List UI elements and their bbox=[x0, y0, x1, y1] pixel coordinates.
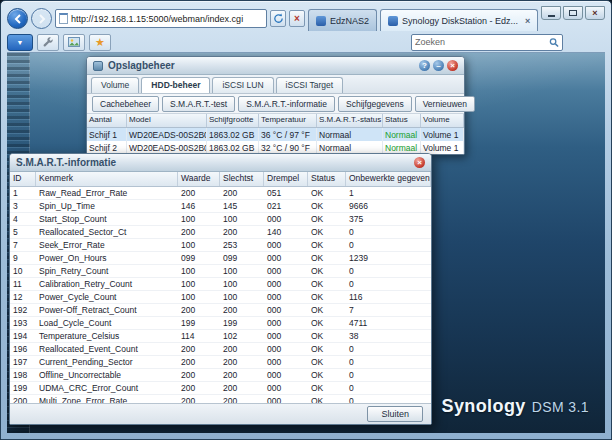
close-dialog-button[interactable]: Sluiten bbox=[367, 406, 423, 422]
smart-table-row[interactable]: 192Power-Off_Retract_Count200200000OK7 bbox=[10, 304, 431, 317]
maximize-button[interactable] bbox=[563, 6, 583, 20]
media-button[interactable] bbox=[63, 34, 85, 51]
smart-table-row[interactable]: 197Current_Pending_Sector200200000OK0 bbox=[10, 356, 431, 369]
image-icon bbox=[68, 37, 80, 47]
smart-column-header: Waarde bbox=[178, 172, 220, 186]
smart-table-row[interactable]: 198Offline_Uncorrectable200200000OK0 bbox=[10, 369, 431, 382]
close-icon[interactable]: × bbox=[447, 60, 458, 71]
maximize-icon bbox=[569, 10, 577, 16]
disk-table-body: Schijf 1WD20EADS-00S2B01863.02 GB36 °C /… bbox=[87, 128, 464, 154]
dsm-desktop: Opslagbeheer ? – × VolumeHDD-beheeriSCSI… bbox=[7, 53, 605, 433]
smart-table-row[interactable]: 10Spin_Retry_Count100100000OK0 bbox=[10, 265, 431, 278]
s-m-a-r-t-test-button[interactable]: S.M.A.R.T.-test bbox=[162, 96, 235, 112]
smart-cell: Spin_Retry_Count bbox=[36, 265, 178, 277]
smart-cell: Power_Cycle_Count bbox=[36, 291, 178, 303]
smart-cell: 100 bbox=[178, 265, 220, 277]
smart-cell: 9666 bbox=[346, 200, 431, 212]
smart-cell: Current_Pending_Sector bbox=[36, 356, 178, 368]
smart-table-row[interactable]: 9Power_On_Hours099099000OK1239 bbox=[10, 252, 431, 265]
smart-cell: Raw_Read_Error_Rate bbox=[36, 187, 178, 199]
smart-table-row[interactable]: 5Reallocated_Sector_Ct200200140OK0 bbox=[10, 226, 431, 239]
search-box[interactable] bbox=[411, 34, 563, 51]
window-controls: × bbox=[541, 6, 605, 20]
tools-button[interactable] bbox=[37, 34, 59, 51]
smart-table-row[interactable]: 200Multi_Zone_Error_Rate200200000OK0 bbox=[10, 395, 431, 403]
smart-cell: Load_Cycle_Count bbox=[36, 317, 178, 329]
smart-cell: 5 bbox=[10, 226, 36, 238]
smart-cell: OK bbox=[308, 187, 346, 199]
smart-cell: 099 bbox=[178, 252, 220, 264]
smart-cell: 102 bbox=[220, 330, 264, 342]
disk-table-row[interactable]: Schijf 1WD20EADS-00S2B01863.02 GB36 °C /… bbox=[87, 128, 464, 141]
tab-volume[interactable]: Volume bbox=[91, 77, 139, 93]
smart-cell: OK bbox=[308, 343, 346, 355]
smart-cell: 000 bbox=[264, 265, 308, 277]
storage-window-controls: ? – × bbox=[419, 60, 458, 71]
refresh-button[interactable] bbox=[270, 10, 286, 27]
disk-cell: Volume 1 bbox=[421, 128, 464, 141]
smart-table-row[interactable]: 1Raw_Read_Error_Rate200200051OK1 bbox=[10, 187, 431, 200]
smart-cell: 4711 bbox=[346, 317, 431, 329]
smart-cell: 196 bbox=[10, 343, 36, 355]
smart-table-row[interactable]: 12Power_Cycle_Count100100000OK116 bbox=[10, 291, 431, 304]
smart-table-row[interactable]: 3Spin_Up_Time146145021OK9666 bbox=[10, 200, 431, 213]
favorites-button[interactable]: ★ bbox=[89, 34, 111, 51]
browser-tab-ednas2[interactable]: EdzNAS2 bbox=[308, 9, 377, 31]
s-m-a-r-t-informatie-button[interactable]: S.M.A.R.T.-informatie bbox=[238, 96, 335, 112]
storage-tabs: VolumeHDD-beheeriSCSI LUNiSCSI Target bbox=[87, 75, 464, 94]
minimize-button[interactable] bbox=[541, 6, 561, 20]
smart-cell: 0 bbox=[346, 382, 431, 394]
smart-table-row[interactable]: 4Start_Stop_Count100100000OK375 bbox=[10, 213, 431, 226]
tab-iscsi-target[interactable]: iSCSI Target bbox=[276, 77, 344, 93]
browser-window: × EdzNAS2 Synology DiskStation - Edz... … bbox=[0, 0, 612, 440]
smart-cell: Reallocated_Event_Count bbox=[36, 343, 178, 355]
smart-window-title: S.M.A.R.T.-informatie bbox=[16, 157, 116, 168]
smart-table-row[interactable]: 199UDMA_CRC_Error_Count200200000OK0 bbox=[10, 382, 431, 395]
back-arrow-icon bbox=[13, 14, 23, 24]
close-button[interactable]: × bbox=[585, 6, 605, 20]
schijfgegevens-button[interactable]: Schijfgegevens bbox=[338, 96, 412, 112]
disk-cell: 1863.02 GB bbox=[207, 128, 259, 141]
smart-cell: 7 bbox=[346, 304, 431, 316]
storage-window-titlebar[interactable]: Opslagbeheer ? – × bbox=[87, 57, 464, 75]
url-input[interactable] bbox=[71, 14, 263, 24]
address-bar[interactable] bbox=[55, 9, 267, 28]
smart-cell: Temperature_Celsius bbox=[36, 330, 178, 342]
smart-cell: 021 bbox=[264, 200, 308, 212]
cachebeheer-button[interactable]: Cachebeheer bbox=[92, 96, 159, 112]
smart-cell: 000 bbox=[264, 382, 308, 394]
brand-version: DSM 3.1 bbox=[532, 399, 589, 415]
smart-table-row[interactable]: 7Seek_Error_Rate100253000OK0 bbox=[10, 239, 431, 252]
smart-cell: 000 bbox=[264, 213, 308, 225]
help-icon[interactable]: ? bbox=[419, 60, 430, 71]
close-icon[interactable]: × bbox=[414, 157, 425, 168]
browser-tab-synology[interactable]: Synology DiskStation - Edz... × bbox=[380, 9, 538, 31]
smart-table-row[interactable]: 11Calibration_Retry_Count100100000OK0 bbox=[10, 278, 431, 291]
smart-cell: 200 bbox=[10, 395, 36, 403]
disk-column-header: Temperatuur bbox=[259, 114, 317, 127]
smart-cell: OK bbox=[308, 278, 346, 290]
favorites-dropdown-button[interactable]: ▼ bbox=[7, 34, 33, 51]
smart-cell: 375 bbox=[346, 213, 431, 225]
tab-hdd-beheer[interactable]: HDD-beheer bbox=[141, 77, 210, 93]
smart-table-row[interactable]: 196Reallocated_Event_Count200200000OK0 bbox=[10, 343, 431, 356]
tab-iscsi-lun[interactable]: iSCSI LUN bbox=[212, 77, 273, 93]
back-button[interactable] bbox=[7, 8, 28, 29]
smart-cell: 146 bbox=[178, 200, 220, 212]
minimize-icon[interactable]: – bbox=[433, 60, 444, 71]
disk-column-header: Schijfgrootte bbox=[207, 114, 259, 127]
tab-close-icon[interactable]: × bbox=[525, 16, 530, 26]
smart-table-row[interactable]: 193Load_Cycle_Count199199000OK4711 bbox=[10, 317, 431, 330]
smart-cell: 200 bbox=[220, 356, 264, 368]
search-input[interactable] bbox=[415, 37, 546, 47]
vernieuwen-button[interactable]: Vernieuwen bbox=[415, 96, 475, 112]
forward-button[interactable] bbox=[31, 8, 52, 29]
smart-column-header: ID bbox=[10, 172, 36, 186]
smart-cell: Start_Stop_Count bbox=[36, 213, 178, 225]
smart-table-row[interactable]: 194Temperature_Celsius114102000OK38 bbox=[10, 330, 431, 343]
smart-cell: 4 bbox=[10, 213, 36, 225]
stop-button[interactable]: × bbox=[289, 10, 305, 27]
disk-cell: Normaal bbox=[383, 128, 421, 141]
disk-column-header: Model bbox=[127, 114, 207, 127]
smart-window-titlebar[interactable]: S.M.A.R.T.-informatie × bbox=[10, 154, 431, 172]
